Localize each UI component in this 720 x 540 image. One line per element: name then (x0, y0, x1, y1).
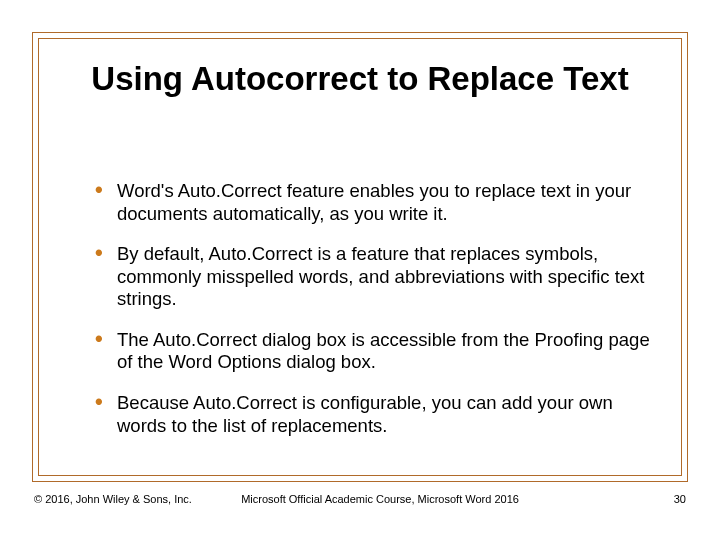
bullet-text: Because Auto.Correct is configurable, yo… (117, 392, 650, 437)
bullet-icon: • (95, 392, 117, 413)
slide-title: Using Autocorrect to Replace Text (0, 60, 720, 98)
bullet-text: Word's Auto.Correct feature enables you … (117, 180, 650, 225)
list-item: • Because Auto.Correct is configurable, … (95, 392, 650, 437)
bullet-icon: • (95, 180, 117, 201)
course-text: Microsoft Official Academic Course, Micr… (34, 493, 686, 505)
slide: Using Autocorrect to Replace Text • Word… (0, 0, 720, 540)
page-number: 30 (674, 493, 686, 505)
bullet-icon: • (95, 243, 117, 264)
bullet-text: By default, Auto.Correct is a feature th… (117, 243, 650, 311)
list-item: • Word's Auto.Correct feature enables yo… (95, 180, 650, 225)
bullet-text: The Auto.Correct dialog box is accessibl… (117, 329, 650, 374)
list-item: • By default, Auto.Correct is a feature … (95, 243, 650, 311)
bullet-list: • Word's Auto.Correct feature enables yo… (95, 180, 650, 455)
bullet-icon: • (95, 329, 117, 350)
list-item: • The Auto.Correct dialog box is accessi… (95, 329, 650, 374)
slide-footer: © 2016, John Wiley & Sons, Inc. Microsof… (34, 487, 686, 505)
